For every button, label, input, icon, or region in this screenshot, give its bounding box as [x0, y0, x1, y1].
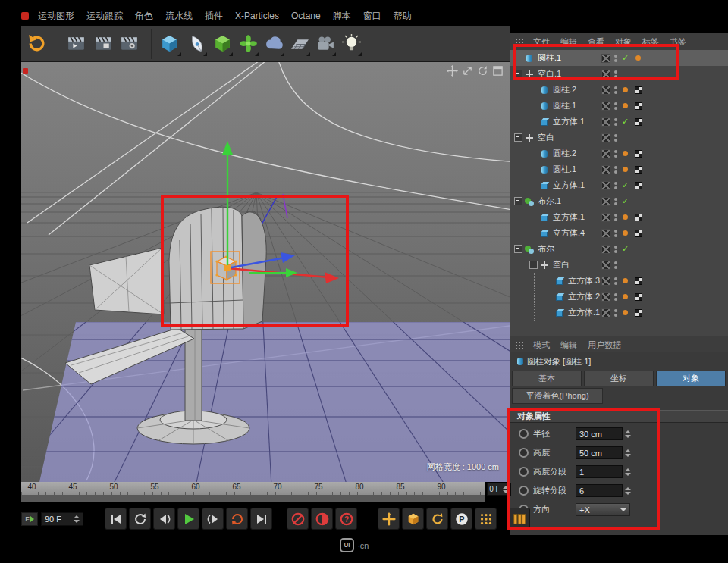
object-row[interactable]: 圆柱.2 [510, 82, 728, 98]
menu-item[interactable]: 模式 [528, 339, 555, 351]
object-row[interactable]: 圆柱.2 [510, 145, 728, 161]
layer-toggle-icon[interactable] [601, 70, 610, 79]
frame-stepper[interactable] [74, 515, 80, 523]
object-label[interactable]: 圆柱.2 [553, 148, 576, 159]
floor-button[interactable] [287, 29, 312, 59]
object-row[interactable]: 立方体.2 [510, 289, 728, 305]
previous-key-button[interactable] [153, 508, 175, 530]
layer-toggle-icon[interactable] [601, 245, 610, 254]
keyframe-circle-icon[interactable] [519, 467, 529, 477]
menu-item[interactable]: 书签 [664, 36, 692, 48]
menu-item[interactable]: 编辑 [555, 36, 582, 48]
object-label[interactable]: 立方体.1 [553, 116, 585, 127]
ground-plane[interactable] [39, 322, 510, 482]
object-row[interactable]: 空白 [510, 257, 728, 273]
layer-toggle-icon[interactable] [601, 308, 610, 317]
menu-item[interactable]: 插件 [199, 10, 229, 23]
record-scale-button[interactable] [402, 508, 424, 530]
tex-tag[interactable] [633, 101, 643, 111]
tab-object[interactable]: 对象 [656, 371, 726, 386]
tex-tag[interactable] [633, 164, 643, 174]
layer-toggle-icon[interactable] [601, 165, 610, 174]
menu-item[interactable]: 窗口 [357, 10, 388, 23]
object-label[interactable]: 立方体.2 [568, 291, 600, 302]
layer-toggle-icon[interactable] [601, 292, 610, 302]
object-label[interactable]: 立方体.4 [553, 227, 585, 239]
end-frame-field[interactable]: 0 F [487, 483, 511, 496]
tex-tag[interactable] [633, 117, 643, 127]
dot-tag[interactable] [620, 164, 630, 174]
rotate-view-icon[interactable] [477, 65, 488, 77]
visibility-dots-icon[interactable] [613, 230, 617, 237]
dot-tag[interactable] [620, 292, 630, 302]
dot-tag[interactable] [620, 308, 630, 317]
record-pla-button[interactable] [475, 508, 497, 530]
current-frame-field[interactable]: 90 F [41, 512, 83, 526]
visibility-dots-icon[interactable] [613, 150, 617, 158]
render-to-picture-viewer-button[interactable] [90, 29, 116, 59]
property-value-field[interactable]: 30 cm [576, 427, 623, 440]
viewport-filter-icon[interactable] [23, 68, 28, 74]
tag-slot[interactable] [620, 260, 630, 270]
light-button[interactable] [338, 29, 364, 59]
object-label[interactable]: 圆柱.1 [553, 164, 576, 175]
menu-item[interactable]: 对象 [610, 36, 637, 48]
pan-view-icon[interactable] [447, 65, 458, 77]
record-button[interactable] [287, 508, 309, 530]
menu-item[interactable]: Octane [285, 11, 327, 21]
dot-tag[interactable] [620, 212, 630, 222]
menu-item[interactable]: 脚本 [327, 10, 357, 23]
timeline-window-button[interactable] [508, 508, 530, 530]
keyframe-circle-icon[interactable] [519, 486, 529, 496]
record-rotation-button[interactable] [426, 508, 448, 530]
object-row[interactable]: 立方体.1 [510, 305, 728, 321]
end-frame-stepper[interactable] [503, 486, 509, 493]
render-settings-button[interactable] [116, 29, 142, 59]
menu-item[interactable]: 查看 [582, 36, 610, 48]
object-row[interactable]: 立方体.4 [510, 225, 728, 241]
tex-tag[interactable] [633, 149, 643, 158]
check-tag[interactable] [620, 53, 630, 63]
visibility-dots-icon[interactable] [613, 55, 617, 62]
maximize-view-icon[interactable] [492, 65, 504, 77]
check-tag[interactable] [620, 244, 630, 254]
autokey-button[interactable] [311, 508, 333, 530]
menu-item[interactable]: 编辑 [555, 339, 582, 351]
object-row[interactable]: 立方体.1 [510, 114, 728, 130]
next-key-button[interactable] [202, 508, 224, 530]
object-label[interactable]: 空白.1 [538, 68, 561, 80]
object-row[interactable]: 空白.1 [510, 66, 728, 82]
tab-phong[interactable]: 平滑着色(Phong) [512, 388, 603, 404]
tex-tag[interactable] [633, 228, 643, 238]
object-row[interactable]: 圆柱.1 [510, 50, 728, 66]
undo-button[interactable] [23, 29, 49, 59]
tag-slot[interactable] [633, 196, 643, 206]
expand-toggle-icon[interactable] [514, 70, 522, 78]
menu-item[interactable]: 运动跟踪 [80, 10, 129, 23]
layer-toggle-icon[interactable] [601, 54, 610, 63]
expand-toggle-icon[interactable] [514, 245, 522, 253]
expand-toggle-icon[interactable] [514, 133, 522, 142]
loop-button[interactable] [226, 508, 248, 530]
tex-tag[interactable] [633, 292, 643, 302]
volume-builder-button[interactable] [261, 29, 287, 59]
help-button[interactable]: ? [335, 508, 357, 530]
visibility-dots-icon[interactable] [613, 102, 617, 110]
object-label[interactable]: 空白 [538, 132, 554, 143]
keyframe-circle-icon[interactable] [519, 448, 529, 458]
visibility-dots-icon[interactable] [613, 214, 617, 221]
keyframe-circle-icon[interactable] [519, 429, 529, 439]
object-row[interactable]: 布尔 [510, 241, 728, 257]
tab-coordinates[interactable]: 坐标 [584, 371, 654, 386]
visibility-dots-icon[interactable] [613, 118, 617, 126]
object-row[interactable]: 圆柱.1 [510, 161, 728, 177]
layer-toggle-icon[interactable] [601, 213, 610, 222]
panel-grip-icon[interactable] [515, 38, 524, 45]
viewport-canvas[interactable] [21, 62, 510, 482]
object-row[interactable]: 立方体.1 [510, 209, 728, 225]
frame-prefix-box[interactable]: F [21, 512, 38, 526]
tag-slot[interactable] [620, 133, 630, 142]
dot-tag[interactable] [633, 53, 643, 63]
expand-toggle-icon[interactable] [529, 261, 538, 269]
object-label[interactable]: 立方体.3 [568, 275, 600, 286]
